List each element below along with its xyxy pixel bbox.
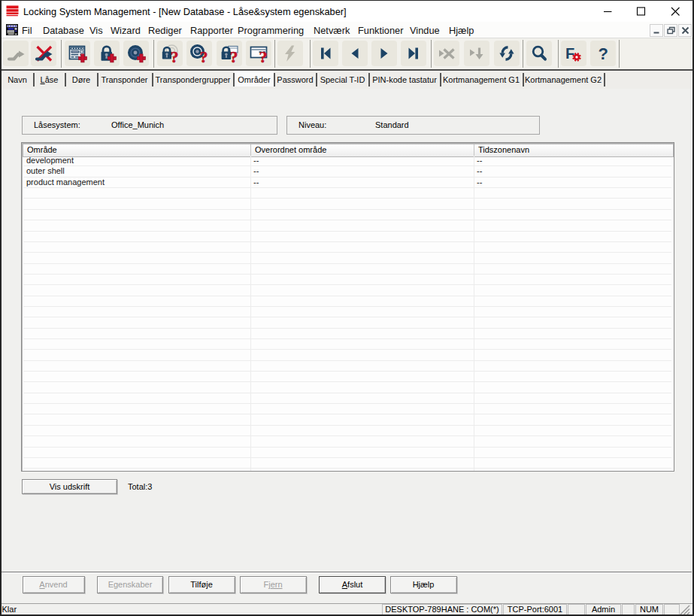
svg-text:?: ? bbox=[230, 47, 238, 63]
svg-text:?: ? bbox=[171, 47, 179, 63]
svg-text:?: ? bbox=[599, 44, 608, 63]
svg-text:?: ? bbox=[200, 47, 208, 63]
svg-text:?: ? bbox=[259, 47, 268, 63]
